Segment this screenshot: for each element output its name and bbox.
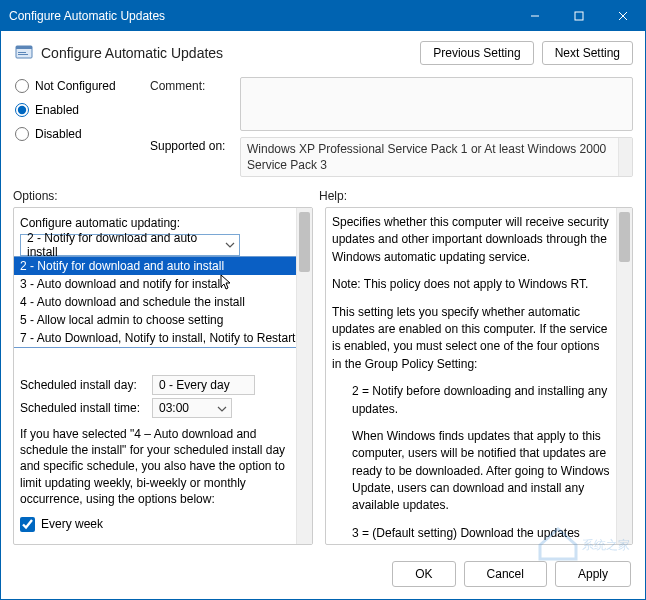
radio-enabled-label: Enabled	[35, 103, 79, 117]
help-p6: 3 = (Default setting) Download the updat…	[332, 525, 610, 544]
radio-not-configured[interactable]: Not Configured	[15, 79, 150, 93]
help-p4: 2 = Notify before downloading and instal…	[332, 383, 610, 418]
radio-not-configured-input[interactable]	[15, 79, 29, 93]
header-row: Configure Automatic Updates Previous Set…	[1, 31, 645, 71]
chevron-down-icon	[217, 403, 227, 417]
comment-column: Comment: Supported on: Windows XP Profes…	[150, 77, 633, 177]
radio-group: Not Configured Enabled Disabled	[15, 77, 150, 177]
help-p1: Specifies whether this computer will rec…	[332, 214, 610, 266]
window-title: Configure Automatic Updates	[9, 9, 513, 23]
every-week-checkbox[interactable]	[20, 517, 35, 532]
scheduled-time-label: Scheduled install time:	[20, 401, 152, 415]
supported-on-label: Supported on:	[150, 137, 240, 153]
comment-label: Comment:	[150, 77, 240, 93]
radio-enabled-input[interactable]	[15, 103, 29, 117]
configure-updating-label: Configure automatic updating:	[20, 216, 290, 230]
every-week-label: Every week	[41, 517, 103, 531]
scheduled-time-combo[interactable]: 03:00	[152, 398, 232, 418]
dropdown-item-7[interactable]: 7 - Auto Download, Notify to install, No…	[14, 329, 296, 347]
cancel-button[interactable]: Cancel	[464, 561, 547, 587]
scheduled-day-row: Scheduled install day: 0 - Every day	[20, 375, 290, 395]
supported-on-box: Windows XP Professional Service Pack 1 o…	[240, 137, 633, 177]
scheduled-time-row: Scheduled install time: 03:00	[20, 398, 290, 418]
apply-button[interactable]: Apply	[555, 561, 631, 587]
svg-rect-1	[575, 12, 583, 20]
comment-textarea[interactable]	[240, 77, 633, 131]
schedule-paragraph: If you have selected "4 – Auto download …	[20, 426, 290, 507]
radio-not-configured-label: Not Configured	[35, 79, 116, 93]
options-content: Configure automatic updating: 2 - Notify…	[14, 208, 296, 544]
help-p5: When Windows finds updates that apply to…	[332, 428, 610, 515]
scheduled-day-combo[interactable]: 0 - Every day	[152, 375, 255, 395]
options-below: Scheduled install day: 0 - Every day Sch…	[20, 372, 290, 532]
svg-rect-5	[16, 46, 32, 49]
help-scroll-thumb[interactable]	[619, 212, 630, 262]
options-heading: Options:	[13, 189, 319, 203]
split-labels: Options: Help:	[1, 185, 645, 207]
split-body: Configure automatic updating: 2 - Notify…	[1, 207, 645, 553]
configure-updating-dropdown[interactable]: 2 - Notify for download and auto install…	[14, 256, 296, 348]
previous-setting-button[interactable]: Previous Setting	[420, 41, 533, 65]
combo-value: 2 - Notify for download and auto install	[27, 231, 219, 259]
radio-disabled-label: Disabled	[35, 127, 82, 141]
minimize-button[interactable]	[513, 1, 557, 31]
footer: OK Cancel Apply	[1, 553, 645, 599]
radio-disabled-input[interactable]	[15, 127, 29, 141]
help-scrollbar[interactable]	[616, 208, 632, 544]
policy-icon	[13, 42, 35, 64]
svg-rect-6	[18, 52, 26, 53]
radio-enabled[interactable]: Enabled	[15, 103, 150, 117]
options-scrollbar[interactable]	[296, 208, 312, 544]
titlebar[interactable]: Configure Automatic Updates	[1, 1, 645, 31]
options-panel: Configure automatic updating: 2 - Notify…	[13, 207, 313, 545]
help-p3: This setting lets you specify whether au…	[332, 304, 610, 374]
maximize-button[interactable]	[557, 1, 601, 31]
options-scroll-thumb[interactable]	[299, 212, 310, 272]
supported-scrollbar[interactable]	[618, 138, 632, 176]
every-week-row[interactable]: Every week	[20, 517, 290, 532]
state-section: Not Configured Enabled Disabled Comment:…	[1, 71, 645, 185]
svg-rect-7	[18, 54, 28, 55]
dialog-window: Configure Automatic Updates Configure Au…	[0, 0, 646, 600]
supported-on-text: Windows XP Professional Service Pack 1 o…	[247, 141, 614, 173]
close-button[interactable]	[601, 1, 645, 31]
next-setting-button[interactable]: Next Setting	[542, 41, 633, 65]
help-content: Specifies whether this computer will rec…	[326, 208, 616, 544]
dropdown-item-2[interactable]: 2 - Notify for download and auto install	[14, 257, 296, 275]
help-heading: Help:	[319, 189, 633, 203]
dropdown-item-5[interactable]: 5 - Allow local admin to choose setting	[14, 311, 296, 329]
dropdown-item-3[interactable]: 3 - Auto download and notify for install	[14, 275, 296, 293]
dropdown-item-4[interactable]: 4 - Auto download and schedule the insta…	[14, 293, 296, 311]
help-panel: Specifies whether this computer will rec…	[325, 207, 633, 545]
help-p2: Note: This policy does not apply to Wind…	[332, 276, 610, 293]
radio-disabled[interactable]: Disabled	[15, 127, 150, 141]
scheduled-time-value: 03:00	[159, 401, 189, 415]
chevron-down-icon	[225, 239, 235, 253]
ok-button[interactable]: OK	[392, 561, 455, 587]
scheduled-day-value: 0 - Every day	[159, 378, 230, 392]
page-title: Configure Automatic Updates	[41, 45, 412, 61]
scheduled-day-label: Scheduled install day:	[20, 378, 152, 392]
configure-updating-combo[interactable]: 2 - Notify for download and auto install	[20, 234, 240, 256]
